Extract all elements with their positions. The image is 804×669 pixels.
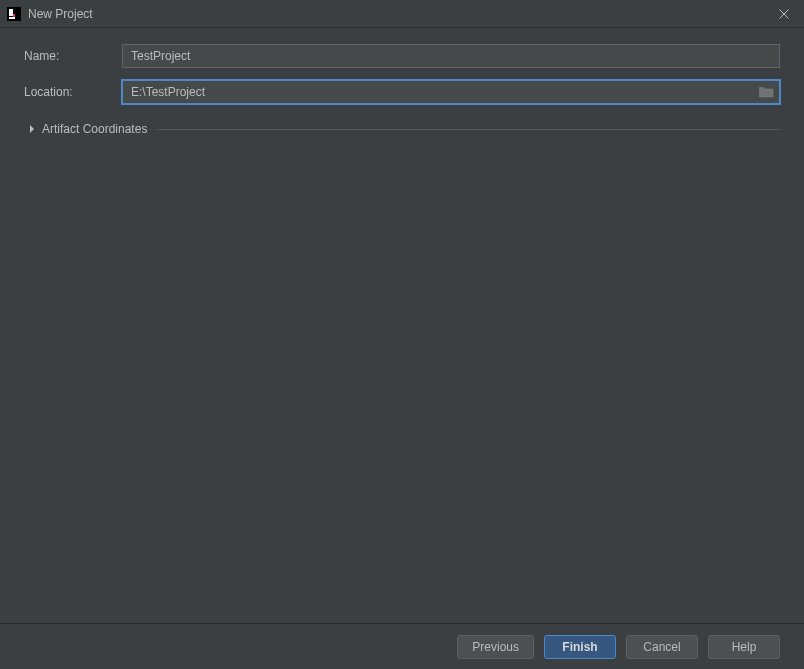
svg-marker-6 (30, 125, 34, 133)
help-button[interactable]: Help (708, 635, 780, 659)
location-row: Location: (24, 80, 780, 104)
button-bar: Previous Finish Cancel Help (0, 623, 804, 669)
divider (157, 129, 780, 130)
previous-button[interactable]: Previous (457, 635, 534, 659)
browse-folder-button[interactable] (758, 85, 774, 99)
app-icon (6, 6, 22, 22)
folder-icon (759, 86, 774, 98)
finish-button[interactable]: Finish (544, 635, 616, 659)
title-bar: New Project (0, 0, 804, 28)
name-input[interactable] (122, 44, 780, 68)
chevron-right-icon (24, 125, 40, 133)
svg-rect-1 (9, 9, 13, 16)
svg-rect-3 (9, 17, 15, 19)
close-button[interactable] (770, 0, 798, 28)
artifact-coordinates-expander[interactable]: Artifact Coordinates (24, 122, 780, 136)
cancel-button[interactable]: Cancel (626, 635, 698, 659)
close-icon (779, 9, 789, 19)
name-label: Name: (24, 49, 122, 63)
name-row: Name: (24, 44, 780, 68)
window-title: New Project (28, 7, 93, 21)
artifact-coordinates-label: Artifact Coordinates (42, 122, 147, 136)
dialog-content: Name: Location: Artifact Coordinates (0, 28, 804, 623)
location-input[interactable] (122, 80, 780, 104)
location-label: Location: (24, 85, 122, 99)
